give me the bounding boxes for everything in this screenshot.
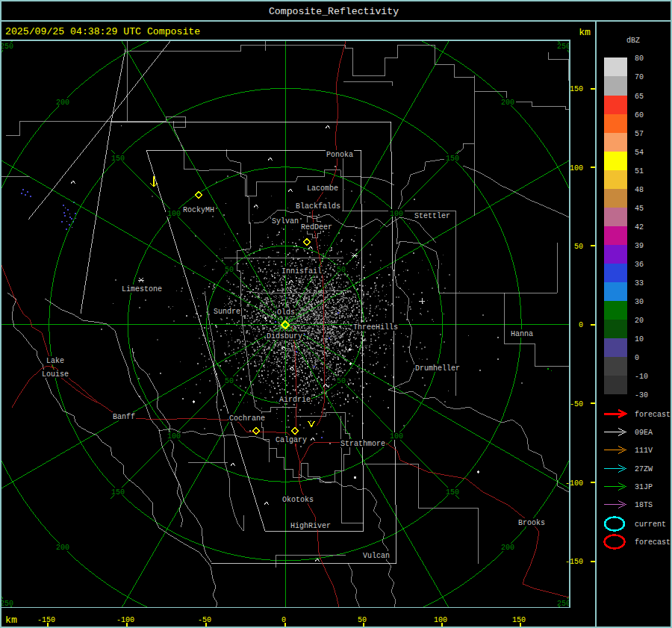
svg-text:ThreeHills: ThreeHills: [353, 323, 398, 332]
svg-text:Limestone: Limestone: [122, 285, 162, 293]
svg-text:100: 100: [390, 210, 403, 218]
svg-text:45: 45: [635, 205, 644, 213]
svg-text:60: 60: [635, 111, 644, 119]
svg-text:50: 50: [225, 377, 234, 385]
svg-text:-150: -150: [565, 558, 583, 566]
svg-text:30: 30: [635, 298, 644, 306]
svg-text:200: 200: [501, 544, 514, 552]
svg-text:18TS: 18TS: [635, 501, 653, 509]
svg-text:Stettler: Stettler: [414, 212, 450, 220]
svg-text:0: 0: [635, 354, 639, 362]
svg-text:forecast: forecast: [635, 411, 671, 419]
svg-text:Composite_Reflectivity: Composite_Reflectivity: [269, 6, 399, 17]
svg-text:Sylvan: Sylvan: [272, 217, 299, 226]
svg-text:111V: 111V: [635, 447, 653, 455]
svg-text:200: 200: [56, 99, 69, 107]
svg-text:-30: -30: [635, 391, 648, 400]
svg-text:Didsbury: Didsbury: [267, 332, 302, 341]
svg-text:10: 10: [635, 335, 644, 343]
svg-text:200: 200: [501, 99, 514, 107]
svg-text:km: km: [579, 27, 591, 38]
svg-text:100: 100: [570, 164, 583, 172]
svg-text:27ZW: 27ZW: [635, 465, 653, 473]
svg-text:150: 150: [111, 155, 125, 163]
svg-text:200: 200: [56, 544, 69, 552]
svg-text:50: 50: [337, 266, 346, 274]
svg-text:36: 36: [635, 261, 644, 269]
svg-text:HighRiver: HighRiver: [290, 522, 331, 530]
svg-text:100: 100: [167, 432, 181, 441]
svg-text:dBZ: dBZ: [626, 37, 640, 45]
svg-text:20: 20: [635, 317, 644, 325]
svg-text:150: 150: [111, 488, 125, 497]
svg-text:150: 150: [570, 85, 583, 93]
svg-text:100: 100: [434, 616, 447, 624]
svg-text:42: 42: [635, 223, 644, 231]
svg-text:Okotoks: Okotoks: [282, 496, 314, 504]
svg-text:250: 250: [0, 43, 13, 51]
svg-text:Sundre: Sundre: [214, 308, 240, 316]
svg-text:50: 50: [225, 266, 234, 274]
svg-text:Strathmore: Strathmore: [340, 440, 385, 448]
svg-text:-100: -100: [116, 616, 134, 624]
svg-text:Vulcan: Vulcan: [363, 552, 390, 560]
svg-text:Lacombe: Lacombe: [307, 184, 338, 193]
svg-text:RedDeer: RedDeer: [301, 223, 332, 231]
svg-text:150: 150: [446, 155, 459, 163]
svg-text:09EA: 09EA: [635, 429, 653, 437]
svg-text:250: 250: [557, 600, 570, 608]
svg-text:Louise: Louise: [42, 370, 69, 379]
svg-text:current: current: [635, 520, 666, 529]
svg-text:150: 150: [446, 488, 459, 497]
svg-text:Airdrie: Airdrie: [279, 396, 311, 404]
svg-text:50: 50: [358, 616, 367, 624]
svg-text:48: 48: [635, 186, 644, 194]
svg-text:Ponoka: Ponoka: [326, 151, 353, 159]
svg-text:51: 51: [635, 167, 644, 175]
svg-text:65: 65: [635, 93, 644, 101]
svg-text:-10: -10: [635, 373, 648, 381]
svg-text:250: 250: [0, 600, 13, 608]
svg-text:70: 70: [635, 73, 644, 81]
svg-text:-100: -100: [565, 479, 583, 488]
svg-text:Innisfail: Innisfail: [281, 267, 322, 276]
svg-text:39: 39: [635, 242, 644, 250]
svg-text:50: 50: [337, 377, 346, 385]
svg-text:-150: -150: [37, 616, 55, 624]
svg-text:Hanna: Hanna: [511, 330, 533, 338]
svg-text:250: 250: [557, 43, 570, 51]
svg-text:Cochrane: Cochrane: [229, 414, 265, 423]
svg-text:57: 57: [635, 130, 644, 138]
svg-text:Blackfalds: Blackfalds: [296, 202, 340, 211]
svg-text:0: 0: [579, 321, 583, 329]
svg-text:0: 0: [281, 616, 286, 624]
svg-text:Brooks: Brooks: [518, 519, 545, 527]
svg-text:Lake: Lake: [46, 357, 64, 365]
svg-text:-50: -50: [198, 616, 211, 624]
svg-text:Banff: Banff: [113, 413, 135, 421]
svg-text:RockyMH: RockyMH: [183, 206, 214, 214]
svg-text:54: 54: [635, 149, 644, 157]
svg-text:2025/09/25 04:38:29 UTC Compos: 2025/09/25 04:38:29 UTC Composite: [5, 26, 200, 37]
svg-text:50: 50: [574, 243, 583, 251]
svg-text:Olds: Olds: [277, 308, 295, 317]
svg-text:Drumheller: Drumheller: [415, 364, 460, 373]
svg-text:km: km: [5, 615, 17, 626]
svg-text:31JP: 31JP: [635, 483, 653, 491]
svg-text:-50: -50: [570, 400, 583, 408]
svg-text:100: 100: [167, 210, 181, 218]
svg-text:80: 80: [635, 55, 644, 63]
svg-text:33: 33: [635, 279, 644, 287]
svg-text:150: 150: [512, 616, 526, 624]
svg-text:100: 100: [390, 432, 403, 441]
svg-text:Calgary: Calgary: [276, 436, 307, 444]
svg-text:forecast: forecast: [635, 538, 671, 547]
